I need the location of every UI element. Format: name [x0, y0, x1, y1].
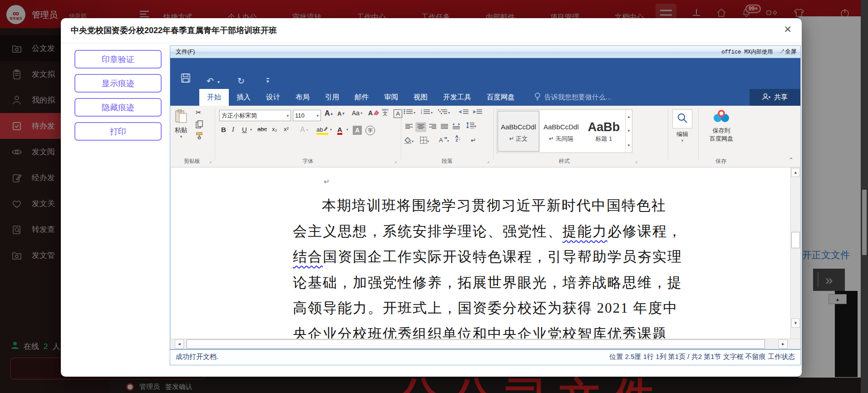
- document-line-2: 会主义思想，系统安排学理论、强党性、提能力必修课程，: [293, 219, 677, 245]
- qa-customize-icon[interactable]: ▾: [266, 78, 269, 84]
- line-spacing-button[interactable]: ▾: [466, 122, 476, 130]
- status-message: 成功打开文档.: [176, 353, 218, 361]
- ribbon-tab-百度网盘[interactable]: 百度网盘: [479, 89, 523, 106]
- shrink-font-button[interactable]: A▼: [337, 110, 345, 117]
- edit-caret-icon[interactable]: ▾: [672, 138, 692, 142]
- underline-caret-icon[interactable]: ▾: [250, 128, 252, 132]
- shading-button[interactable]: ▾: [404, 137, 414, 146]
- increase-indent-button[interactable]: [473, 108, 483, 117]
- paragraph-launcher-icon[interactable]: ⌟: [487, 158, 489, 163]
- tell-me-box[interactable]: 告诉我您想要做什么...: [534, 89, 612, 106]
- char-shading-button[interactable]: A: [353, 126, 362, 135]
- doc-vertical-scrollbar[interactable]: ▲ ▼: [790, 167, 800, 339]
- highlight-caret-icon[interactable]: ▾: [330, 128, 332, 132]
- phonetic-guide-button[interactable]: wén文: [382, 108, 389, 116]
- document-text: 本期培训班将围绕学习贯彻习近平新时代中国特色社会主义思想，系统安排学理论、强党性…: [293, 193, 677, 339]
- sort-button[interactable]: AZ ↓: [455, 135, 461, 142]
- ribbon-tab-引用[interactable]: 引用: [317, 89, 347, 106]
- redo-icon[interactable]: ↻: [237, 76, 245, 86]
- doc-scroll-down-icon[interactable]: ▼: [791, 319, 800, 328]
- share-button[interactable]: 共享: [750, 89, 800, 106]
- justify-button[interactable]: [439, 122, 450, 132]
- ribbon-tab-视图[interactable]: 视图: [406, 89, 435, 106]
- borders-button[interactable]: ▾: [420, 137, 429, 146]
- doc-horizontal-scrollbar[interactable]: ◄ ►: [170, 339, 800, 349]
- styles-gallery: AaBbCcDdl↵ 正文AaBbCcDdl↵ 无间隔AaBb标题 1▲▼▼̱: [496, 109, 632, 153]
- font-size-combo[interactable]: 110▾: [293, 110, 321, 121]
- italic-button[interactable]: I: [232, 126, 234, 133]
- numbered-list-button[interactable]: 123▾: [421, 108, 433, 117]
- clipboard-launcher-icon[interactable]: ⌟: [209, 158, 212, 163]
- styles-scroll-buttons[interactable]: ▲▼▼̱: [625, 110, 632, 152]
- document-line-3: 结合国资国企工作实际开设特色课程，引导帮助学员夯实理: [293, 244, 677, 270]
- ribbon-tab-审阅[interactable]: 审阅: [376, 89, 406, 106]
- underline-button[interactable]: U: [242, 126, 247, 133]
- spellcheck-flagged-text: 提能力: [562, 223, 607, 239]
- status-position-info: 位置 2.5厘 1行 1列 第1页 / 共2 第1节 文字框 不留痕 工作状态: [610, 353, 795, 361]
- subscript-button[interactable]: x₂: [272, 126, 277, 133]
- distribute-button[interactable]: [451, 122, 462, 132]
- style-item-正文[interactable]: AaBbCcDdl↵ 正文: [498, 111, 539, 152]
- doc-scroll-right-icon[interactable]: ►: [779, 339, 788, 349]
- font-name-combo[interactable]: 方正小标宋简▾: [219, 110, 291, 121]
- find-button[interactable]: [672, 109, 692, 128]
- multilevel-list-button[interactable]: ▾: [438, 108, 450, 117]
- font-color-caret-icon[interactable]: ▾: [346, 128, 348, 132]
- enclose-char-button[interactable]: 字: [365, 126, 375, 135]
- clear-format-button[interactable]: A: [368, 109, 379, 117]
- bullet-list-button[interactable]: ▾: [404, 108, 415, 117]
- strikethrough-button[interactable]: abc: [257, 126, 267, 133]
- ribbon-tab-布局[interactable]: 布局: [288, 89, 317, 106]
- document-canvas[interactable]: ↵ 本期培训班将围绕学习贯彻习近平新时代中国特色社会主义思想，系统安排学理论、强…: [170, 167, 800, 339]
- clipboard-group-label: 剪贴板: [174, 157, 210, 165]
- styles-launcher-icon[interactable]: ⌟: [635, 158, 637, 163]
- save-to-baidu-button[interactable]: 保存到 百度网盘: [704, 108, 739, 143]
- text-effects-button[interactable]: A▾: [300, 126, 308, 134]
- align-center-button[interactable]: [415, 122, 426, 132]
- decrease-indent-button[interactable]: [459, 108, 469, 117]
- style-item-标题1[interactable]: AaBb标题 1: [583, 111, 625, 152]
- style-item-无间隔[interactable]: AaBbCcDdl↵ 无间隔: [540, 111, 582, 152]
- ribbon-tab-插入[interactable]: 插入: [229, 89, 258, 106]
- font-launcher-icon[interactable]: ⌟: [395, 158, 397, 163]
- format-painter-icon[interactable]: [196, 132, 203, 141]
- ribbon-tab-设计[interactable]: 设计: [258, 89, 288, 106]
- change-case-button[interactable]: Aa▾: [352, 109, 362, 117]
- modal-action-打印[interactable]: 打印: [74, 122, 162, 141]
- bold-button[interactable]: B: [221, 126, 226, 133]
- asian-layout-button[interactable]: A▾: [438, 137, 449, 145]
- doc-hscroll-thumb[interactable]: [187, 339, 765, 349]
- paste-button[interactable]: 粘贴 ▾: [175, 109, 187, 139]
- ribbon-tab-邮件[interactable]: 邮件: [347, 89, 376, 106]
- highlight-color-button[interactable]: ab: [316, 126, 328, 135]
- close-icon[interactable]: ✕: [784, 24, 792, 35]
- show-marks-button[interactable]: ↵: [471, 137, 476, 144]
- cut-icon[interactable]: ✂: [196, 108, 202, 117]
- styles-group-label: 样式: [496, 157, 632, 165]
- doc-scroll-up-icon[interactable]: ▲: [791, 168, 800, 177]
- modal-action-隐藏痕迹[interactable]: 隐藏痕迹: [74, 98, 162, 117]
- collapse-ribbon-icon[interactable]: ⌃: [789, 157, 794, 163]
- align-left-button[interactable]: [404, 122, 414, 132]
- modal-action-印章验证[interactable]: 印章验证: [74, 50, 162, 69]
- copy-icon[interactable]: [196, 120, 203, 130]
- grow-font-button[interactable]: A▲: [325, 109, 333, 118]
- paragraph-group-label: 段落: [401, 157, 493, 165]
- fullscreen-button[interactable]: ↗全屏: [779, 48, 797, 56]
- file-menu[interactable]: 文件(F): [176, 48, 195, 56]
- license-note: office MX内部使用: [721, 48, 773, 56]
- lightbulb-icon: [534, 93, 541, 102]
- font-color-button[interactable]: A: [337, 126, 342, 135]
- superscript-button[interactable]: x²: [284, 126, 289, 133]
- undo-icon[interactable]: ↶: [207, 76, 214, 86]
- align-right-button[interactable]: [427, 122, 438, 132]
- undo-caret-icon[interactable]: ▾: [217, 79, 220, 84]
- ribbon-tab-开发工具[interactable]: 开发工具: [435, 89, 479, 106]
- edit-menu-button[interactable]: 编辑: [672, 130, 692, 138]
- doc-vscroll-thumb[interactable]: [791, 232, 800, 248]
- doc-scroll-left-icon[interactable]: ◄: [175, 339, 184, 349]
- save-icon[interactable]: [181, 74, 190, 85]
- ribbon-tab-开始[interactable]: 开始: [199, 89, 229, 106]
- svg-text:A: A: [439, 137, 443, 143]
- modal-action-显示痕迹[interactable]: 显示痕迹: [74, 74, 162, 93]
